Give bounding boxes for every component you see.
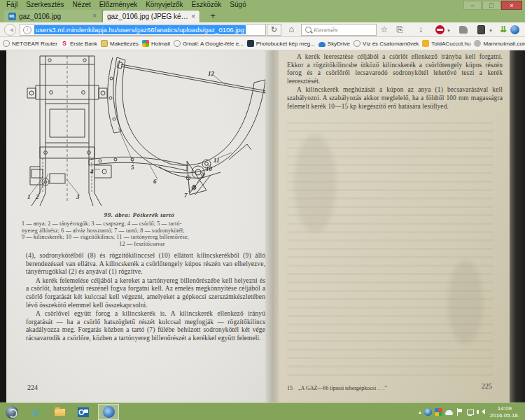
hand-icon[interactable] [459, 26, 468, 34]
adblock-caret-icon[interactable]: ▾ [446, 28, 451, 34]
bookmark-erste-bank[interactable]: S Erste Bank [61, 40, 97, 47]
scan-smudge [294, 134, 336, 232]
reload-icon[interactable]: ↻ [267, 24, 281, 36]
tab-close-icon[interactable]: × [191, 13, 195, 20]
tray-blue-app-icon[interactable] [424, 408, 432, 416]
menu-edit[interactable]: Szerkesztés [22, 0, 67, 9]
menu-view[interactable]: Nézet [69, 0, 94, 9]
book-edge-shadow [510, 50, 525, 402]
erste-bank-icon: S [61, 40, 68, 47]
figure-callout-11: 11 [214, 157, 220, 164]
volume-icon[interactable] [477, 408, 484, 416]
menu-history[interactable]: Előzmények [96, 0, 141, 9]
globe-icon [174, 40, 181, 47]
right-page-footer: 15 „A GAZ—66 típusú tehergépkocsi . . .” [287, 385, 497, 391]
tab-gaz-0106[interactable]: ML gaz_0106.jpg × [4, 10, 101, 22]
figure-callout-12: 12 [208, 70, 214, 77]
clipboard-icon[interactable]: ⎘ [393, 24, 406, 36]
hotmail-icon [142, 40, 149, 47]
bookmark-star-icon[interactable]: ☆ [378, 24, 391, 36]
figure-callout-3: 3 [76, 193, 80, 200]
tab-gaz-0106-active[interactable]: gaz_0106.jpg (JPEG kép, 1505 ... × [102, 10, 200, 22]
scan-black-edge [0, 50, 6, 402]
menu-help[interactable]: Súgó [226, 0, 249, 9]
clock-date: 2016.05.18. [490, 412, 519, 419]
scanned-book-image[interactable]: 123456789101112 99. ábra: Pótkerék tartó… [0, 50, 525, 402]
action-center-flag-icon[interactable] [456, 408, 463, 416]
taskbar-clock[interactable]: 14:09 2016.05.18. [487, 405, 522, 419]
paragraph: A kerék felemelése céljából a kereket a … [26, 277, 265, 309]
browser-titlebar: Fájl Szerkesztés Nézet Előzmények Könyvj… [0, 0, 525, 9]
bookmark-label: Gmail: A Google-féle e... [183, 41, 244, 47]
network-icon[interactable] [466, 408, 474, 416]
bookmark-label: Mammutmail.com [483, 41, 525, 47]
download-helper-icon[interactable]: ⇊ [498, 24, 508, 35]
tray-color-app-icon[interactable] [435, 408, 442, 416]
file-explorer-icon [54, 408, 66, 416]
address-bar[interactable]: i users3.ml.mindenkilapja.hu/users/gaz66… [20, 24, 266, 36]
new-tab-button[interactable]: + [204, 10, 221, 22]
bookmark-label: Hotmail [151, 41, 170, 47]
menu-tools[interactable]: Eszközök [188, 0, 225, 9]
legend-line: 9 — kilincskerék; 10 — rögzítőkilincs; 1… [22, 234, 262, 241]
bookmark-label: NETGEAR Router [12, 41, 57, 47]
start-orb-icon [6, 406, 18, 419]
bookmark-toldacuccot[interactable]: ToldACuccot.hu [422, 40, 470, 47]
bookmark-netgear[interactable]: NETGEAR Router [3, 40, 57, 47]
bookmark-hotmail[interactable]: Hotmail [142, 40, 170, 47]
start-button[interactable] [1, 404, 22, 420]
tray-expand-icon[interactable]: ▴ [419, 410, 421, 415]
bookmark-viz-csatorna[interactable]: Víz és Csatornaművek [354, 40, 419, 47]
paragraph: A kerék leeresztése céljából a csörlőt e… [287, 53, 503, 85]
paragraph: (4), sodronykötélből (8) és rögzítőkilin… [26, 252, 265, 276]
spare-wheel-holder-figure: 123456789101112 [22, 55, 274, 209]
figure-caption: 99. ábra: Pótkerék tartó [20, 211, 258, 218]
adblock-icon[interactable] [435, 25, 444, 34]
figure-callout-8: 8 [192, 183, 196, 190]
taskbar-file-explorer[interactable] [49, 404, 70, 420]
page-number-left: 224 [27, 384, 38, 391]
downloads-icon[interactable]: ↓ [414, 24, 427, 36]
figure-drawing [22, 55, 274, 209]
taskbar-internet-explorer[interactable]: e [25, 404, 46, 420]
legend-line: nyereg állórész; 6 — alváz hossztartó; 7… [22, 227, 262, 234]
photobucket-icon [247, 40, 254, 47]
tab-strip: ML gaz_0106.jpg × gaz_0106.jpg (JPEG kép… [0, 9, 525, 22]
tablet-caret-icon[interactable]: ▾ [488, 28, 493, 34]
firefox-icon [103, 406, 115, 418]
taskbar-firefox-active[interactable] [98, 404, 119, 420]
taskbar-outlook[interactable]: O [73, 404, 94, 420]
bookmark-makettezes[interactable]: Makettezés [101, 40, 139, 47]
bookmark-gmail[interactable]: Gmail: A Google-féle e... [174, 40, 244, 47]
back-icon[interactable] [4, 24, 16, 36]
bookmark-label: SkyDrive [328, 41, 350, 47]
figure-callout-5: 5 [131, 164, 134, 171]
folder-icon [101, 40, 108, 47]
menu-file[interactable]: Fájl [3, 0, 21, 9]
bookmark-label: Makettezés [110, 41, 139, 47]
footer-title: „A GAZ—66 típusú tehergépkocsi . . .” [298, 385, 387, 391]
bookmark-skydrive[interactable]: SkyDrive [318, 41, 350, 47]
search-icon [305, 27, 312, 33]
desktop-screen: Fájl Szerkesztés Nézet Előzmények Könyvj… [0, 0, 525, 420]
bookmark-label: Photobucket kép meg... [256, 41, 315, 47]
search-input[interactable]: Keresés [301, 24, 377, 36]
home-icon[interactable]: ⌂ [285, 24, 298, 36]
legend-line: 1 — anya; 2 — tányérrugók; 3 — csapszeg;… [22, 220, 262, 227]
menu-bookmarks[interactable]: Könyvjelzők [142, 0, 186, 9]
page-info-icon[interactable]: i [23, 26, 31, 34]
figure-callout-7: 7 [184, 192, 188, 199]
internet-explorer-icon: e [33, 406, 38, 419]
book-gutter [265, 50, 279, 402]
tray-cloud-icon[interactable] [445, 410, 453, 415]
globe-addon-icon[interactable] [510, 25, 519, 34]
bookmark-mammutmail[interactable]: Mammutmail.com [474, 40, 525, 47]
tab-label: gaz_0106.jpg (JPEG kép, 1505 ... [107, 13, 188, 20]
bookmark-photobucket[interactable]: Photobucket kép meg... [247, 40, 315, 47]
url-text[interactable]: users3.ml.mindenkilapja.hu/users/gaz66fa… [34, 25, 246, 34]
ml-favicon-icon: ML [8, 13, 16, 20]
tablet-icon[interactable] [477, 25, 485, 34]
tab-label: gaz_0106.jpg [19, 13, 90, 20]
outlook-icon: O [78, 407, 89, 417]
tab-close-icon[interactable]: × [92, 13, 97, 20]
